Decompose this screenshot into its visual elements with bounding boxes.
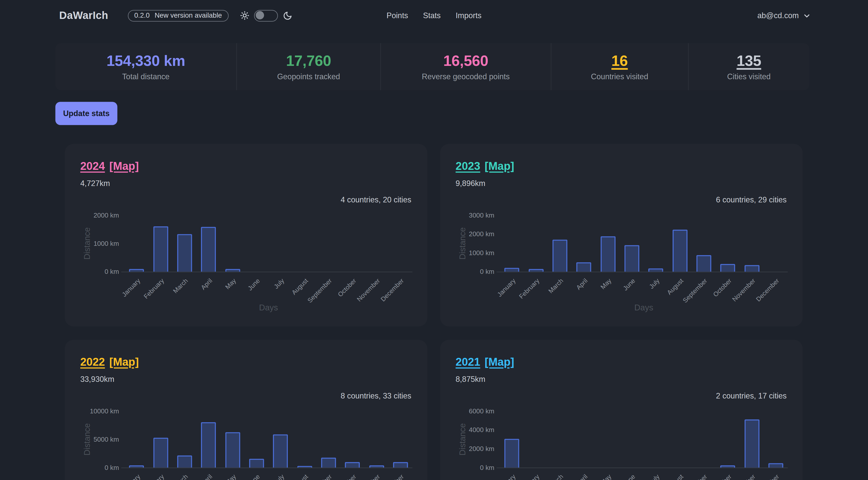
year-distance: 9,896km (456, 179, 486, 188)
y-tick-label: 0 km (80, 463, 119, 472)
stat-value: 16,560 (443, 53, 488, 69)
stat-label: Geopoints tracked (277, 72, 340, 81)
version-badge[interactable]: 0.2.0 New version available (127, 9, 228, 21)
year-distance: 33,930km (80, 375, 114, 383)
countries-visited-link[interactable]: 16 (612, 53, 628, 69)
x-tick-label: May (599, 277, 613, 290)
map-link-2024[interactable]: [Map] (109, 160, 139, 172)
bar-may[interactable] (225, 432, 240, 468)
bar-february[interactable] (528, 269, 543, 272)
stat-countries-visited: 16 Countries visited (551, 43, 688, 90)
bar-may[interactable] (600, 236, 615, 271)
bar-september[interactable] (696, 255, 711, 271)
card-title: 2023[Map] (456, 160, 514, 172)
bar-march[interactable] (177, 234, 192, 272)
bar-july[interactable] (648, 268, 663, 271)
bar-august[interactable] (297, 466, 312, 468)
bar-november[interactable] (744, 265, 759, 271)
bar-april[interactable] (577, 262, 591, 271)
bar-january[interactable] (504, 439, 519, 468)
bar-august[interactable] (672, 229, 687, 272)
x-tick-label: December (380, 277, 405, 302)
card-title: 2022[Map] (80, 356, 139, 369)
x-tick-label: July (272, 277, 285, 290)
bar-november[interactable] (744, 419, 759, 468)
year-card-2023: 2023[Map] 9,896km 6 countries, 29 cities… (440, 144, 803, 326)
nav-stats[interactable]: Stats (423, 11, 441, 20)
x-axis (121, 272, 412, 272)
bar-march[interactable] (177, 455, 192, 468)
year-card-2024: 2024[Map] 4,727km 4 countries, 20 cities… (65, 144, 428, 326)
theme-toggle[interactable] (254, 9, 278, 21)
bar-june[interactable] (249, 459, 264, 468)
map-link-2022[interactable]: [Map] (109, 356, 139, 368)
x-tick-label: March (547, 277, 564, 294)
card-title: 2021[Map] (456, 356, 514, 369)
bar-december[interactable] (393, 462, 408, 468)
x-axis (497, 468, 788, 468)
x-tick-label: March (172, 473, 189, 480)
x-tick-label: June (622, 277, 637, 291)
x-tick-label: January (120, 277, 141, 298)
bar-december[interactable] (768, 463, 783, 468)
x-tick-label: September (307, 277, 333, 304)
bar-april[interactable] (201, 422, 216, 468)
x-tick-label: November (731, 277, 756, 302)
x-tick-label: February (143, 277, 165, 300)
dashboard-page: DaWarIch 0.2.0 New version available Poi… (0, 0, 868, 480)
nav-imports[interactable]: Imports (456, 11, 482, 20)
x-tick-label: November (731, 473, 756, 480)
x-tick-label: August (666, 473, 684, 480)
x-tick-label: February (518, 473, 540, 480)
bar-april[interactable] (201, 227, 216, 272)
x-tick-label: August (290, 277, 309, 296)
nav-points[interactable]: Points (386, 11, 408, 20)
y-tick-label: 10000 km (80, 407, 119, 416)
update-stats-button[interactable]: Update stats (55, 102, 117, 125)
x-tick-label: January (120, 473, 141, 480)
bar-january[interactable] (129, 466, 144, 468)
year-card-2021: 2021[Map] 8,875km 2 countries, 17 cities… (440, 340, 803, 480)
x-tick-label: September (682, 473, 708, 480)
x-tick-label: March (172, 277, 189, 294)
map-link-2023[interactable]: [Map] (485, 160, 514, 172)
bar-january[interactable] (504, 268, 519, 272)
x-tick-label: April (199, 277, 213, 291)
year-link-2021[interactable]: 2021 (456, 356, 480, 368)
map-link-2021[interactable]: [Map] (485, 356, 514, 368)
bar-october[interactable] (345, 462, 360, 468)
x-tick-label: July (648, 277, 660, 290)
sun-icon (240, 11, 249, 20)
header: DaWarIch 0.2.0 New version available Poi… (0, 0, 868, 31)
bar-october[interactable] (720, 466, 735, 468)
app-logo[interactable]: DaWarIch (59, 9, 108, 22)
x-tick-label: May (599, 473, 613, 480)
bar-november[interactable] (369, 466, 384, 468)
distance-bar-chart-2024: DistanceDays0 km1000 km2000 kmJanuaryFeb… (80, 207, 412, 318)
bar-may[interactable] (225, 269, 240, 271)
stat-reverse-geocoded: 16,560 Reverse geocoded points (380, 43, 551, 90)
y-tick-label: 0 km (80, 267, 119, 276)
stat-label: Countries visited (591, 72, 648, 81)
stat-label: Cities visited (727, 72, 771, 81)
x-tick-label: April (199, 473, 213, 480)
bar-february[interactable] (153, 226, 168, 272)
y-tick-label: 2000 km (80, 211, 119, 220)
bar-september[interactable] (321, 458, 336, 468)
y-tick-label: 3000 km (456, 211, 494, 220)
bar-march[interactable] (552, 240, 567, 272)
bar-july[interactable] (273, 434, 288, 468)
cities-visited-link[interactable]: 135 (737, 53, 761, 69)
year-link-2023[interactable]: 2023 (456, 160, 480, 172)
y-tick-label: 2000 km (456, 444, 494, 453)
year-link-2024[interactable]: 2024 (80, 160, 105, 172)
user-menu[interactable]: ab@cd.com (757, 11, 810, 20)
version-message: New version available (155, 11, 222, 20)
year-distance: 4,727km (80, 179, 110, 188)
x-tick-label: June (247, 473, 261, 480)
bar-february[interactable] (153, 438, 168, 468)
bar-june[interactable] (624, 245, 639, 272)
bar-october[interactable] (720, 264, 735, 272)
year-link-2022[interactable]: 2022 (80, 356, 105, 368)
bar-january[interactable] (129, 269, 144, 272)
